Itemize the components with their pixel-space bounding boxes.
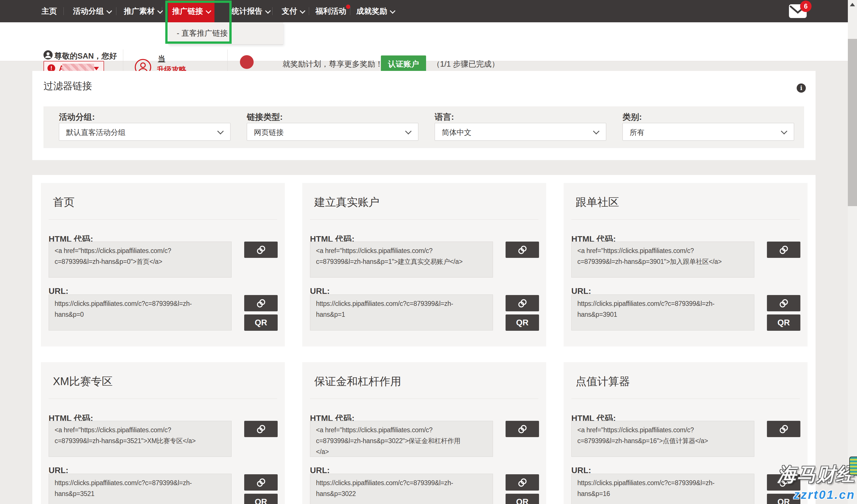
qr-button[interactable]: QR [506, 494, 539, 504]
filter-panel: 活动分组: 默认直客活动分组 链接类型: 网页链接 语言: 简体中文 类别: 所… [44, 106, 804, 148]
current-level-text: 当 [158, 54, 165, 64]
html-code-box[interactable]: <a href="https://clicks.pipaffiliates.co… [571, 241, 754, 278]
selected-value: 网页链接 [254, 128, 284, 137]
nav-item-label: 推广素材 [124, 7, 155, 15]
top-nav: 主页 活动分组 推广素材 推广链接 统计报告 支付 福利活动 成就奖励 [0, 0, 857, 22]
selected-value: 默认直客活动分组 [66, 128, 125, 137]
link-card-home: 首页 HTML 代码: <a href="https://clicks.pipa… [41, 183, 285, 347]
chevron-down-icon [390, 8, 396, 14]
steps-completed-text: （1/1 步骤已完成） [432, 59, 499, 69]
copy-url-button[interactable] [767, 474, 801, 490]
link-type-select[interactable]: 网页链接 [247, 123, 418, 141]
chevron-down-icon [217, 128, 224, 135]
link-card-copy-trading: 跟单社区 HTML 代码: <a href="https://clicks.pi… [564, 183, 808, 347]
nav-item-promo-materials[interactable]: 推广素材 [124, 0, 162, 22]
qr-button[interactable]: QR [767, 494, 801, 504]
qr-button[interactable]: QR [506, 315, 539, 331]
nav-item-achievements[interactable]: 成就奖励 [356, 0, 394, 22]
promo-links-dropdown: - 直客推广链接 [168, 22, 283, 45]
copy-html-button[interactable] [506, 421, 539, 437]
copy-url-button[interactable] [767, 295, 801, 311]
divider [571, 219, 800, 220]
section-title: 过滤器链接 [44, 80, 92, 93]
selected-value: 所有 [630, 128, 644, 137]
nav-item-label: 福利活动 [315, 7, 346, 15]
copy-url-button[interactable] [506, 295, 539, 311]
divider [571, 399, 800, 399]
html-code-box[interactable]: <a href="https://clicks.pipaffiliates.co… [49, 421, 232, 457]
dropdown-item-direct-links[interactable]: - 直客推广链接 [177, 22, 228, 44]
nav-item-reports[interactable]: 统计报告 [232, 0, 270, 22]
divider [49, 219, 277, 220]
url-box[interactable]: https://clicks.pipaffiliates.com/c?c=879… [310, 474, 493, 504]
html-code-box[interactable]: <a href="https://clicks.pipaffiliates.co… [571, 421, 754, 457]
language-select[interactable]: 简体中文 [435, 123, 606, 141]
copy-url-button[interactable] [244, 474, 278, 490]
filter-label: 活动分组: [59, 112, 95, 123]
url-box[interactable]: https://clicks.pipaffiliates.com/c?c=879… [49, 474, 232, 504]
nav-item-label: 成就奖励 [356, 7, 387, 15]
html-code-box[interactable]: <a href="https://clicks.pipaffiliates.co… [310, 421, 493, 457]
link-card-competition: XM比赛专区 HTML 代码: <a href="https://clicks.… [41, 362, 285, 504]
copy-html-button[interactable] [244, 241, 278, 258]
copy-url-button[interactable] [506, 474, 539, 490]
html-code-box[interactable]: <a href="https://clicks.pipaffiliates.co… [49, 241, 232, 278]
campaign-group-select[interactable]: 默认直客活动分组 [59, 123, 231, 141]
scrollbar-thumb[interactable] [848, 39, 857, 206]
card-title: 保证金和杠杆作用 [314, 374, 401, 389]
nav-item-home[interactable]: 主页 [41, 0, 57, 22]
qr-button[interactable]: QR [244, 315, 278, 331]
rewards-icon [240, 55, 254, 69]
chevron-down-icon [300, 8, 305, 14]
qr-button[interactable]: QR [244, 494, 278, 504]
rewards-banner-text: 就奖励计划，尊享更多奖励！ [283, 59, 383, 69]
nav-item-label: 活动分组 [73, 7, 104, 15]
card-title: XM比赛专区 [53, 374, 113, 389]
verify-account-button[interactable]: 认证账户 [381, 55, 426, 73]
copy-html-button[interactable] [506, 241, 539, 258]
copy-html-button[interactable] [244, 421, 278, 437]
nav-item-payments[interactable]: 支付 [282, 0, 304, 22]
url-box[interactable]: https://clicks.pipaffiliates.com/c?c=879… [310, 295, 493, 331]
nav-item-benefits[interactable]: 福利活动 [315, 0, 346, 22]
scroll-up-arrow-icon[interactable] [850, 3, 855, 6]
filter-label: 类别: [623, 112, 642, 123]
notification-dot [346, 4, 350, 9]
qr-button[interactable]: QR [767, 315, 801, 331]
info-icon[interactable]: i [797, 83, 806, 93]
card-title: 跟单社区 [576, 195, 619, 209]
filter-label: 语言: [435, 112, 454, 123]
category-select[interactable]: 所有 [623, 123, 794, 141]
nav-separator [309, 7, 309, 15]
nav-item-label: 主页 [41, 7, 57, 15]
html-code-box[interactable]: <a href="https://clicks.pipaffiliates.co… [310, 241, 493, 278]
url-box[interactable]: https://clicks.pipaffiliates.com/c?c=879… [571, 295, 754, 331]
nav-item-promo-links-active[interactable]: 推广链接 [168, 0, 215, 22]
nav-separator [116, 7, 116, 15]
link-card-pip-calculator: 点值计算器 HTML 代码: <a href="https://clicks.p… [564, 362, 808, 504]
scrollbar[interactable] [848, 0, 857, 504]
divider [49, 399, 277, 399]
chevron-down-icon [265, 8, 271, 14]
nav-item-label: 支付 [282, 7, 297, 15]
divider [310, 399, 538, 399]
caret-down-icon [94, 67, 99, 70]
floating-side-widget[interactable] [849, 456, 857, 475]
url-box[interactable]: https://clicks.pipaffiliates.com/c?c=879… [49, 295, 232, 331]
chevron-down-icon [405, 128, 412, 135]
chevron-down-icon [106, 8, 112, 14]
copy-html-button[interactable] [767, 241, 801, 258]
nav-separator [350, 7, 350, 15]
nav-item-campaign-groups[interactable]: 活动分组 [73, 0, 111, 22]
copy-url-button[interactable] [244, 295, 278, 311]
card-title: 首页 [53, 195, 74, 209]
copy-html-button[interactable] [767, 421, 801, 437]
user-bust-icon [44, 50, 53, 60]
link-card-margin-leverage: 保证金和杠杆作用 HTML 代码: <a href="https://click… [302, 362, 546, 504]
account-header: 尊敬的SAN，您好 ! A 当 升级攻略 就奖励计划，尊享更多奖励！ 认证账户 … [0, 22, 857, 61]
filter-label: 链接类型: [247, 112, 283, 123]
greeting-text: 尊敬的SAN，您好 [54, 51, 117, 61]
url-box[interactable]: https://clicks.pipaffiliates.com/c?c=879… [571, 474, 754, 504]
card-title: 点值计算器 [576, 374, 630, 389]
chevron-down-icon [593, 128, 600, 135]
